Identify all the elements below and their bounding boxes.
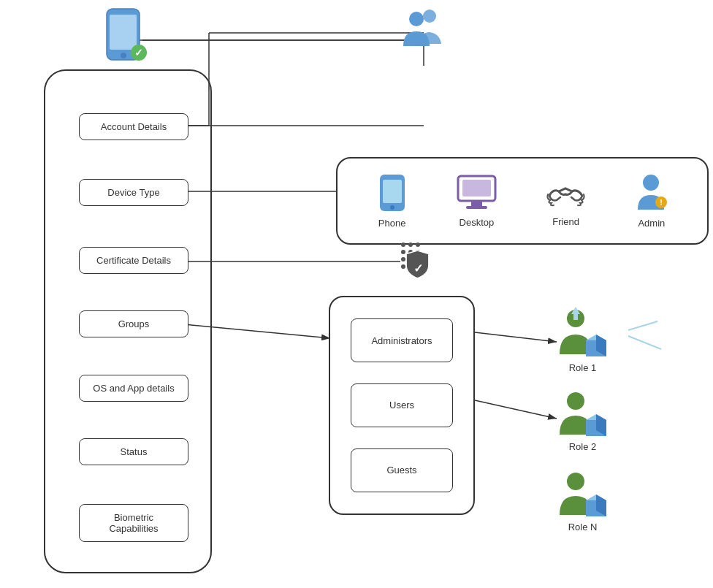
device-admin: ! Admin — [635, 173, 668, 229]
users-box: Users — [351, 383, 453, 427]
certificate-icon: ✓ — [396, 237, 447, 291]
role1-label: Role 1 — [569, 362, 597, 373]
svg-point-53 — [567, 392, 584, 410]
svg-point-26 — [390, 205, 394, 210]
svg-rect-25 — [383, 180, 402, 203]
guests-box: Guests — [351, 448, 453, 492]
device-type-box: Device Type — [79, 179, 188, 206]
top-people-icon — [400, 6, 448, 56]
svg-point-23 — [423, 9, 436, 23]
admin-label: Admin — [638, 218, 665, 229]
svg-point-34 — [401, 243, 405, 247]
administrators-box: Administrators — [351, 318, 453, 362]
diagram-container: ✓ Account Details Device Type Certificat… — [0, 0, 713, 588]
roleN-label: Role N — [568, 522, 598, 532]
groups-box: Groups — [79, 310, 188, 337]
svg-text:✓: ✓ — [134, 47, 143, 58]
role2-label: Role 2 — [569, 441, 597, 452]
biometric-box: Biometric Capabilities — [79, 504, 188, 542]
svg-point-40 — [401, 257, 405, 261]
phone-label: Phone — [378, 218, 406, 229]
certificate-details-box: Certificate Details — [79, 247, 188, 274]
svg-line-14 — [475, 400, 557, 419]
svg-point-43 — [401, 264, 405, 269]
svg-point-35 — [408, 243, 413, 247]
svg-point-19 — [121, 53, 126, 58]
role2-item: Role 2 — [555, 391, 610, 452]
account-details-box: Account Details — [79, 113, 188, 140]
svg-point-57 — [567, 473, 584, 490]
device-phone: Phone — [377, 173, 408, 229]
status-box: Status — [79, 438, 188, 465]
svg-line-13 — [475, 332, 557, 342]
svg-point-31 — [643, 175, 659, 191]
svg-text:!: ! — [660, 198, 663, 207]
os-app-details-box: OS and App details — [79, 375, 188, 402]
svg-rect-28 — [462, 180, 491, 196]
svg-text:✓: ✓ — [413, 262, 423, 275]
svg-rect-52 — [573, 314, 578, 320]
svg-rect-30 — [466, 206, 487, 209]
device-desktop: Desktop — [457, 175, 497, 228]
role1-item: Role 1 — [555, 307, 610, 373]
device-type-panel: Phone Desktop Friend — [336, 157, 709, 245]
roleN-item: Role N — [555, 471, 610, 532]
svg-point-36 — [416, 243, 420, 247]
svg-rect-29 — [471, 202, 482, 206]
svg-rect-18 — [110, 15, 137, 50]
svg-point-37 — [401, 250, 405, 254]
friend-label: Friend — [552, 216, 579, 227]
top-phone-icon: ✓ — [101, 7, 152, 69]
device-friend: Friend — [546, 175, 586, 227]
svg-line-16 — [628, 336, 661, 349]
svg-point-22 — [409, 12, 424, 26]
desktop-label: Desktop — [460, 217, 495, 228]
groups-panel: Administrators Users Guests — [329, 296, 475, 515]
svg-line-15 — [628, 321, 657, 330]
